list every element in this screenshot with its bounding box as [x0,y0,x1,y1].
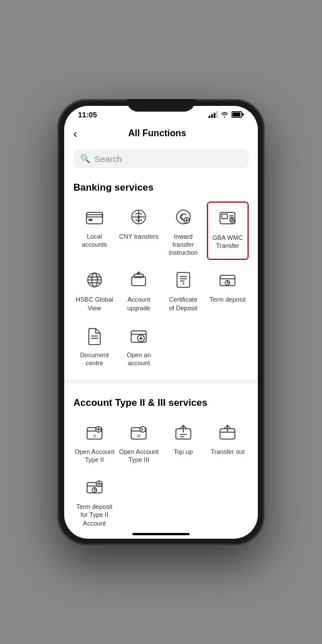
open-account-type3-icon: III [127,420,151,444]
gba-wmc-icon [215,206,239,230]
account-upgrade-icon [127,268,151,292]
search-icon: 🔍 [80,154,90,163]
account-upgrade-item[interactable]: Accountupgrade [118,264,160,315]
inward-transfer-label: Inwardtransferinstruction [169,232,198,257]
hsbc-global-view-item[interactable]: HSBC GlobalView [73,264,116,315]
svg-rect-6 [242,113,244,116]
header: ‹ All Functions [64,121,258,147]
wifi-icon [220,111,229,118]
transfer-out-icon [215,420,239,444]
banking-section: Banking services Localaccounts [64,174,258,371]
local-accounts-item[interactable]: Localaccounts [73,202,116,260]
scroll-area: Banking services Localaccounts [64,174,258,539]
transfer-out-label: Transfer out [211,448,245,456]
status-icons [209,111,244,118]
divider-1 [64,379,258,384]
status-time: 11:05 [78,110,97,119]
open-account-icon [127,323,151,347]
document-centre-label: Documentcentre [80,351,109,368]
term-deposit-type2-label: Term depositfor Type IIAccount [76,503,112,527]
term-deposit-item[interactable]: Term deposit [207,264,249,315]
open-account-item[interactable]: Open anaccount [118,320,160,371]
hsbc-global-view-icon [83,268,107,292]
inward-transfer-item[interactable]: Inwardtransferinstruction [162,202,205,260]
search-input[interactable]: Search [95,154,122,164]
local-accounts-label: Localaccounts [82,232,107,249]
term-deposit-icon [215,268,239,292]
cny-transfers-icon: ¥ [127,205,151,229]
banking-section-title: Banking services [73,182,249,193]
page-title: All Functions [82,128,233,139]
back-button[interactable]: ‹ [73,125,82,143]
banking-grid: Localaccounts ¥ [73,202,249,371]
svg-rect-0 [209,116,210,118]
svg-rect-7 [87,212,103,224]
certificate-deposit-item[interactable]: ¥ Certificateof Deposit [162,264,205,315]
document-centre-item[interactable]: Documentcentre [73,320,116,371]
local-accounts-icon [83,205,107,229]
svg-rect-1 [211,114,213,118]
home-indicator [132,533,190,535]
battery-icon [231,111,244,118]
svg-rect-15 [222,214,227,219]
open-account-type2-label: Open AccountType II [74,448,114,464]
top-up-item[interactable]: Top up [162,417,205,468]
open-account-label: Open anaccount [127,351,151,368]
account-type-section-title: Account Type II & III services [73,397,249,409]
svg-rect-23 [134,274,143,278]
svg-rect-2 [214,113,215,118]
gba-wmc-label: GBA WMCTransfer [213,234,243,250]
search-container: 🔍 Search [64,147,258,174]
svg-text:¥: ¥ [137,215,141,220]
gba-wmc-item[interactable]: GBA WMCTransfer [207,202,249,260]
certificate-deposit-icon: ¥ [171,268,195,292]
signal-icon [209,111,218,118]
svg-rect-9 [89,219,92,220]
hsbc-global-view-label: HSBC GlobalView [76,295,113,312]
svg-rect-5 [233,113,241,117]
term-deposit-type2-item[interactable]: Term depositfor Type IIAccount [73,472,116,531]
certificate-deposit-label: Certificateof Deposit [169,295,198,312]
svg-rect-3 [217,111,218,118]
open-account-type2-item[interactable]: II Open AccountType II [73,417,116,468]
account-type-grid: II Open AccountType II [73,417,249,531]
svg-text:¥: ¥ [182,282,184,286]
svg-text:II: II [93,433,96,438]
cny-transfers-label: CNY transfers [119,232,159,240]
svg-rect-8 [87,215,103,217]
svg-text:III: III [137,433,141,438]
top-up-icon [171,420,195,444]
account-type-section: Account Type II & III services II [64,389,258,531]
term-deposit-type2-icon [83,475,107,499]
inward-transfer-icon [171,205,195,229]
cny-transfers-item[interactable]: ¥ CNY transfers [118,202,160,260]
open-account-type2-icon: II [83,420,107,444]
account-upgrade-label: Accountupgrade [127,295,150,312]
top-up-label: Top up [174,448,193,456]
open-account-type3-label: Open AccountType III [119,448,159,464]
document-centre-icon [83,323,107,347]
search-box[interactable]: 🔍 Search [73,149,249,168]
transfer-out-item[interactable]: Transfer out [207,417,249,468]
open-account-type3-item[interactable]: III Open AccountType III [118,417,160,468]
term-deposit-label: Term deposit [210,295,246,303]
